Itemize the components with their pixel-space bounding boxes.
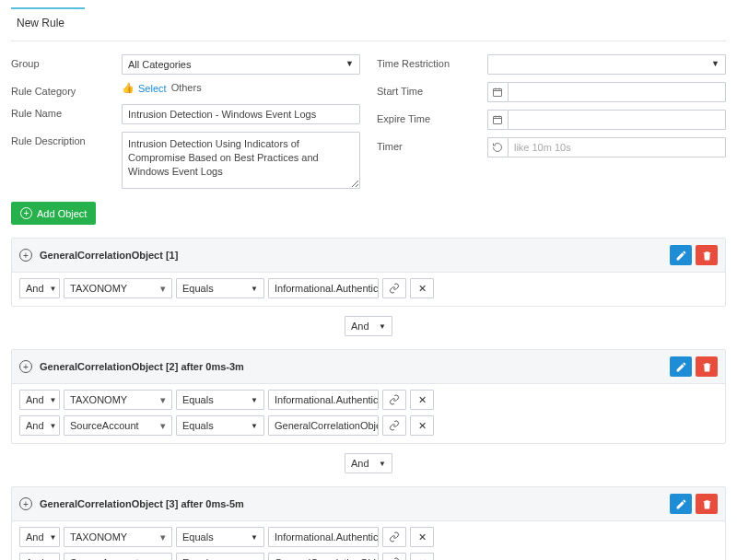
rule-category-label: Rule Category [11,82,122,97]
operator-select[interactable]: Equals [176,278,264,298]
logic-select[interactable]: And [19,278,60,298]
delete-button[interactable] [696,245,718,265]
field-select[interactable]: SourceAccount [64,415,172,436]
add-object-button[interactable]: + Add Object [11,202,96,225]
expand-icon[interactable]: + [19,497,32,510]
group-label: Group [11,54,122,69]
page-title: New Rule [11,13,726,39]
condition-row: AndTAXONOMYEqualsInformational.Authentic… [19,390,718,410]
rule-name-input[interactable]: Intrusion Detection - Windows Event Logs [122,104,360,124]
link-icon[interactable] [382,553,406,560]
link-icon[interactable] [382,390,406,410]
value-input[interactable]: Informational.Authentication.I [268,390,379,410]
expand-icon[interactable]: + [19,249,32,262]
edit-button[interactable] [670,356,692,377]
svg-rect-4 [494,117,502,124]
timer-label: Timer [377,137,487,152]
correlation-object: +GeneralCorrelationObject [3] after 0ms-… [11,486,726,560]
rule-description-input[interactable]: Intrusion Detection Using Indicators of … [122,132,360,189]
time-restriction-select[interactable] [487,54,726,75]
plus-icon: + [20,207,32,219]
object-title: GeneralCorrelationObject [1] [40,250,670,261]
operator-select[interactable]: Equals [176,415,264,436]
field-select[interactable]: TAXONOMY [64,390,172,410]
rule-category-others: Others [171,82,202,93]
expire-time-input[interactable] [508,110,726,130]
remove-condition-button[interactable]: ✕ [410,390,434,410]
start-time-input[interactable] [508,82,726,102]
remove-condition-button[interactable]: ✕ [410,527,434,547]
object-title: GeneralCorrelationObject [2] after 0ms-3… [40,361,670,372]
logic-select[interactable]: And [19,390,60,410]
value-input[interactable]: Informational.Authentication. [268,527,379,547]
expire-time-label: Expire Time [377,110,487,124]
calendar-icon[interactable] [487,110,508,130]
delete-button[interactable] [696,356,718,377]
rule-description-label: Rule Description [11,132,122,146]
field-select[interactable]: SourceAccount [64,553,172,560]
field-select[interactable]: TAXONOMY [64,278,172,298]
calendar-icon[interactable] [487,82,508,102]
expand-icon[interactable]: + [19,360,32,373]
remove-condition-button[interactable]: ✕ [410,553,434,560]
remove-condition-button[interactable]: ✕ [410,415,434,436]
time-restriction-label: Time Restriction [377,54,487,69]
operator-select[interactable]: Equals [176,390,264,410]
svg-rect-0 [494,89,502,97]
correlation-object: +GeneralCorrelationObject [1]AndTAXONOMY… [11,238,726,307]
condition-row: AndTAXONOMYEqualsInformational.Authentic… [19,527,718,547]
reload-icon[interactable] [487,137,508,158]
correlation-object: +GeneralCorrelationObject [2] after 0ms-… [11,349,726,444]
edit-button[interactable] [670,494,692,514]
logic-select[interactable]: And [19,527,60,547]
remove-condition-button[interactable]: ✕ [410,278,434,298]
start-time-label: Start Time [377,82,487,97]
field-select[interactable]: TAXONOMY [64,527,172,547]
value-input[interactable]: GeneralCorrelationObject [2]:S [268,553,379,560]
logic-select[interactable]: And [19,553,60,560]
value-input[interactable]: GeneralCorrelationObject [1]:S [268,415,379,436]
object-logic-select[interactable]: And [345,453,392,473]
rule-category-select-link[interactable]: 👍 Select [122,82,167,94]
object-title: GeneralCorrelationObject [3] after 0ms-5… [40,498,670,509]
link-icon[interactable] [382,415,406,436]
condition-row: AndTAXONOMYEqualsInformational.Authentic… [19,278,718,298]
edit-button[interactable] [670,245,692,265]
rule-name-label: Rule Name [11,104,122,119]
condition-row: AndSourceAccountEqualsGeneralCorrelation… [19,415,718,436]
operator-select[interactable]: Equals [176,527,264,547]
link-icon[interactable] [382,527,406,547]
group-select[interactable]: All Categories [122,54,360,75]
link-icon[interactable] [382,278,406,298]
logic-select[interactable]: And [19,415,60,436]
value-input[interactable]: Informational.Authentication.I [268,278,379,298]
delete-button[interactable] [696,494,718,514]
timer-input[interactable]: like 10m 10s [508,137,726,158]
condition-row: AndSourceAccountEqualsGeneralCorrelation… [19,553,718,560]
thumb-icon: 👍 [122,82,135,94]
operator-select[interactable]: Equals [176,553,264,560]
object-logic-select[interactable]: And [345,316,392,336]
